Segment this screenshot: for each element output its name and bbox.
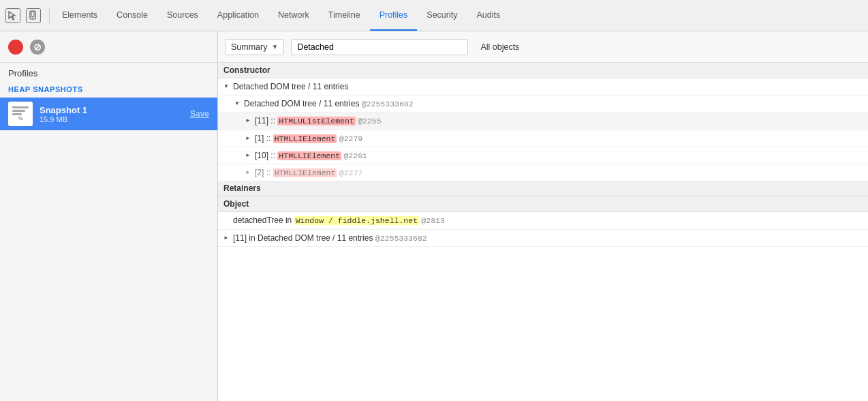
address: @2255333682 bbox=[375, 234, 427, 243]
tab-elements[interactable]: Elements bbox=[52, 0, 107, 31]
sidebar-toolbar: ⊘ bbox=[0, 31, 217, 63]
tab-application[interactable]: Application bbox=[208, 0, 268, 31]
element-type: HTMLUListElement bbox=[277, 117, 355, 125]
element-type: HTMLLIElement bbox=[273, 134, 337, 143]
row-text: Detached DOM tree / 11 entries bbox=[233, 80, 348, 93]
tree-row[interactable]: detachedTree in Window / fiddle.jshell.n… bbox=[218, 212, 868, 229]
triangle-icon bbox=[223, 83, 232, 91]
summary-dropdown[interactable]: Summary ▼ bbox=[225, 39, 284, 55]
icon-bar-2 bbox=[12, 110, 25, 112]
snapshot-icon: % bbox=[8, 102, 33, 126]
sidebar: ⊘ Profiles HEAP SNAPSHOTS % Snapshot 1 1… bbox=[0, 31, 218, 401]
retainers-header: Retainers bbox=[218, 181, 868, 196]
triangle-icon bbox=[245, 151, 253, 160]
tree-row[interactable]: [11] :: HTMLUListElement @2255 bbox=[218, 113, 868, 130]
tab-audits[interactable]: Audits bbox=[467, 0, 510, 31]
row-text: [10] :: HTMLLIElement @2261 bbox=[255, 149, 367, 162]
record-button[interactable] bbox=[8, 40, 23, 55]
row-text: Detached DOM tree / 11 entries @22553336… bbox=[244, 98, 414, 110]
tree-row[interactable]: [11] in Detached DOM tree / 11 entries @… bbox=[218, 230, 868, 247]
element-type: HTMLLIElement bbox=[277, 151, 341, 160]
address: @2255333682 bbox=[362, 100, 414, 108]
tab-timeline[interactable]: Timeline bbox=[319, 0, 370, 31]
snapshot-name: Snapshot 1 bbox=[40, 105, 183, 115]
top-nav: Elements Console Sources Application Net… bbox=[0, 0, 868, 31]
element-type: HTMLLIElement bbox=[273, 168, 337, 177]
summary-label: Summary bbox=[231, 42, 267, 52]
tab-console[interactable]: Console bbox=[107, 0, 157, 31]
tab-profiles[interactable]: Profiles bbox=[370, 0, 418, 31]
object-header: Object bbox=[218, 196, 868, 212]
heap-snapshots-label: HEAP SNAPSHOTS bbox=[0, 81, 217, 98]
svg-rect-1 bbox=[31, 12, 34, 16]
triangle-icon bbox=[245, 117, 253, 125]
cursor-icon[interactable] bbox=[5, 8, 20, 23]
snapshot-item[interactable]: % Snapshot 1 15.9 MB Save bbox=[0, 98, 217, 130]
snapshot-icon-percent: % bbox=[18, 115, 22, 121]
cancel-button[interactable]: ⊘ bbox=[30, 40, 45, 55]
dropdown-arrow-icon: ▼ bbox=[271, 43, 278, 50]
content-toolbar: Summary ▼ All objects bbox=[218, 31, 868, 63]
triangle-icon bbox=[245, 168, 253, 177]
tab-network[interactable]: Network bbox=[268, 0, 319, 31]
triangle-icon bbox=[245, 134, 253, 143]
tree-row[interactable]: [2] :: HTMLLIElement @2277 bbox=[218, 164, 868, 181]
address: @2255 bbox=[358, 117, 382, 125]
window-ref: Window / fiddle.jshell.net bbox=[294, 216, 419, 225]
constructor-header: Constructor bbox=[218, 63, 868, 78]
tab-sources[interactable]: Sources bbox=[157, 0, 208, 31]
table-area: Constructor Detached DOM tree / 11 entri… bbox=[218, 63, 868, 401]
triangle-icon bbox=[223, 234, 232, 242]
row-text: detachedTree in Window / fiddle.jshell.n… bbox=[233, 214, 445, 226]
nav-tabs: Elements Console Sources Application Net… bbox=[52, 0, 510, 31]
nav-icon-group bbox=[5, 8, 50, 23]
cancel-icon: ⊘ bbox=[33, 42, 42, 52]
tree-row[interactable]: Detached DOM tree / 11 entries bbox=[218, 78, 868, 95]
row-text: [11] in Detached DOM tree / 11 entries @… bbox=[233, 232, 427, 244]
row-text: [11] :: HTMLUListElement @2255 bbox=[255, 115, 382, 127]
icon-bar-1 bbox=[12, 106, 29, 108]
tree-row[interactable]: [10] :: HTMLLIElement @2261 bbox=[218, 147, 868, 164]
address: @2279 bbox=[339, 134, 363, 143]
snapshot-info: Snapshot 1 15.9 MB bbox=[40, 105, 183, 123]
tree-row[interactable]: Detached DOM tree / 11 entries @22553336… bbox=[218, 95, 868, 113]
triangle-icon bbox=[234, 100, 243, 108]
all-objects-button[interactable]: All objects bbox=[475, 40, 525, 55]
main-layout: ⊘ Profiles HEAP SNAPSHOTS % Snapshot 1 1… bbox=[0, 31, 868, 401]
row-text: [2] :: HTMLLIElement @2277 bbox=[255, 166, 362, 179]
tab-security[interactable]: Security bbox=[417, 0, 467, 31]
snapshot-size: 15.9 MB bbox=[40, 115, 183, 123]
tree-row[interactable]: [1] :: HTMLLIElement @2279 bbox=[218, 130, 868, 147]
row-text: [1] :: HTMLLIElement @2279 bbox=[255, 132, 362, 145]
address: @2261 bbox=[343, 151, 367, 160]
filter-input[interactable] bbox=[291, 39, 468, 55]
content-area: Summary ▼ All objects Constructor Detach… bbox=[218, 31, 868, 401]
address: @2277 bbox=[339, 168, 363, 177]
save-button[interactable]: Save bbox=[190, 109, 209, 119]
snapshot-icon-bars bbox=[12, 106, 29, 115]
profiles-label: Profiles bbox=[0, 63, 217, 81]
address: @2813 bbox=[421, 216, 445, 225]
svg-point-2 bbox=[32, 17, 33, 18]
device-toggle-icon[interactable] bbox=[26, 8, 41, 23]
